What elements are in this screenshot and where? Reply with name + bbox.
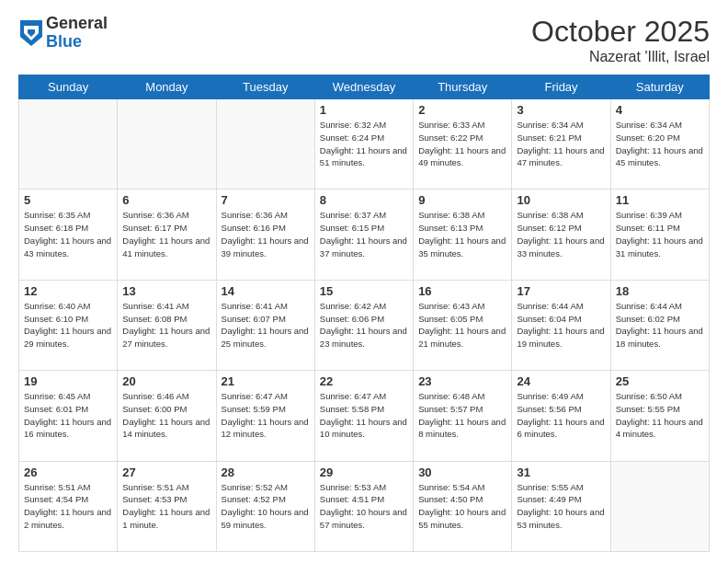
day-info: Sunrise: 6:33 AM Sunset: 6:22 PM Dayligh… [418, 119, 506, 169]
header-cell-monday: Monday [118, 75, 216, 99]
day-number: 12 [24, 284, 112, 298]
day-cell: 11Sunrise: 6:39 AM Sunset: 6:11 PM Dayli… [610, 190, 709, 280]
day-number: 10 [517, 193, 605, 207]
day-cell: 27Sunrise: 5:51 AM Sunset: 4:53 PM Dayli… [118, 461, 216, 551]
day-number: 19 [24, 374, 112, 388]
header-cell-thursday: Thursday [414, 75, 512, 99]
day-cell: 29Sunrise: 5:53 AM Sunset: 4:51 PM Dayli… [314, 461, 413, 551]
day-number: 15 [320, 284, 408, 298]
day-cell: 18Sunrise: 6:44 AM Sunset: 6:02 PM Dayli… [610, 280, 709, 370]
day-info: Sunrise: 6:37 AM Sunset: 6:15 PM Dayligh… [320, 209, 408, 259]
day-cell: 12Sunrise: 6:40 AM Sunset: 6:10 PM Dayli… [19, 280, 118, 370]
day-info: Sunrise: 6:34 AM Sunset: 6:20 PM Dayligh… [616, 119, 704, 169]
day-number: 8 [320, 193, 408, 207]
day-number: 14 [222, 284, 310, 298]
day-info: Sunrise: 6:36 AM Sunset: 6:16 PM Dayligh… [222, 209, 310, 259]
day-number: 7 [222, 193, 310, 207]
day-number: 22 [320, 374, 408, 388]
header-cell-saturday: Saturday [610, 75, 709, 99]
header: General Blue October 2025 Nazerat 'Illit… [18, 15, 710, 65]
day-info: Sunrise: 6:46 AM Sunset: 6:00 PM Dayligh… [122, 390, 210, 441]
calendar-location: Nazerat 'Illit, Israel [531, 49, 710, 65]
day-cell: 28Sunrise: 5:52 AM Sunset: 4:52 PM Dayli… [216, 461, 314, 551]
header-row: SundayMondayTuesdayWednesdayThursdayFrid… [19, 75, 710, 99]
week-row-1: 1Sunrise: 6:32 AM Sunset: 6:24 PM Daylig… [19, 99, 710, 190]
day-cell: 25Sunrise: 6:50 AM Sunset: 5:55 PM Dayli… [610, 371, 709, 461]
day-info: Sunrise: 6:45 AM Sunset: 6:01 PM Dayligh… [24, 390, 112, 441]
day-number: 30 [418, 465, 506, 479]
day-info: Sunrise: 6:48 AM Sunset: 5:57 PM Dayligh… [418, 390, 506, 441]
day-cell: 31Sunrise: 5:55 AM Sunset: 4:49 PM Dayli… [512, 461, 610, 551]
header-cell-tuesday: Tuesday [216, 75, 314, 99]
day-info: Sunrise: 6:49 AM Sunset: 5:56 PM Dayligh… [517, 390, 605, 441]
day-number: 16 [418, 284, 506, 298]
day-info: Sunrise: 6:44 AM Sunset: 6:04 PM Dayligh… [517, 300, 605, 350]
day-info: Sunrise: 6:43 AM Sunset: 6:05 PM Dayligh… [418, 300, 506, 350]
calendar-table: SundayMondayTuesdayWednesdayThursdayFrid… [18, 75, 710, 552]
logo-icon [20, 20, 42, 46]
day-info: Sunrise: 6:40 AM Sunset: 6:10 PM Dayligh… [24, 300, 112, 350]
day-number: 17 [517, 284, 605, 298]
day-cell [610, 461, 709, 551]
day-cell: 10Sunrise: 6:38 AM Sunset: 6:12 PM Dayli… [512, 190, 610, 280]
day-cell: 8Sunrise: 6:37 AM Sunset: 6:15 PM Daylig… [314, 190, 413, 280]
day-info: Sunrise: 5:55 AM Sunset: 4:49 PM Dayligh… [517, 481, 605, 532]
day-number: 6 [122, 193, 210, 207]
day-cell: 24Sunrise: 6:49 AM Sunset: 5:56 PM Dayli… [512, 371, 610, 461]
title-block: October 2025 Nazerat 'Illit, Israel [531, 15, 710, 65]
day-number: 27 [122, 465, 210, 479]
day-info: Sunrise: 6:41 AM Sunset: 6:07 PM Dayligh… [222, 300, 310, 350]
day-info: Sunrise: 5:53 AM Sunset: 4:51 PM Dayligh… [320, 481, 408, 532]
day-number: 31 [517, 465, 605, 479]
day-info: Sunrise: 6:41 AM Sunset: 6:08 PM Dayligh… [122, 300, 210, 350]
day-cell: 19Sunrise: 6:45 AM Sunset: 6:01 PM Dayli… [19, 371, 118, 461]
day-number: 1 [320, 103, 408, 117]
day-number: 5 [24, 193, 112, 207]
day-cell: 7Sunrise: 6:36 AM Sunset: 6:16 PM Daylig… [216, 190, 314, 280]
day-number: 24 [517, 374, 605, 388]
day-number: 13 [122, 284, 210, 298]
header-cell-sunday: Sunday [19, 75, 118, 99]
day-info: Sunrise: 6:32 AM Sunset: 6:24 PM Dayligh… [320, 119, 408, 169]
day-number: 29 [320, 465, 408, 479]
day-number: 3 [517, 103, 605, 117]
day-info: Sunrise: 6:36 AM Sunset: 6:17 PM Dayligh… [122, 209, 210, 259]
day-number: 9 [418, 193, 506, 207]
day-cell [19, 99, 118, 190]
day-number: 20 [122, 374, 210, 388]
day-number: 21 [222, 374, 310, 388]
day-cell: 13Sunrise: 6:41 AM Sunset: 6:08 PM Dayli… [118, 280, 216, 370]
day-info: Sunrise: 5:51 AM Sunset: 4:54 PM Dayligh… [24, 481, 112, 532]
day-info: Sunrise: 5:51 AM Sunset: 4:53 PM Dayligh… [122, 481, 210, 532]
day-cell: 14Sunrise: 6:41 AM Sunset: 6:07 PM Dayli… [216, 280, 314, 370]
day-number: 18 [616, 284, 704, 298]
day-cell: 3Sunrise: 6:34 AM Sunset: 6:21 PM Daylig… [512, 99, 610, 190]
header-cell-friday: Friday [512, 75, 610, 99]
day-cell: 16Sunrise: 6:43 AM Sunset: 6:05 PM Dayli… [414, 280, 512, 370]
page: General Blue October 2025 Nazerat 'Illit… [0, 0, 728, 563]
day-cell: 22Sunrise: 6:47 AM Sunset: 5:58 PM Dayli… [314, 371, 413, 461]
logo-blue-text: Blue [46, 33, 108, 52]
day-info: Sunrise: 6:47 AM Sunset: 5:59 PM Dayligh… [222, 390, 310, 441]
day-number: 2 [418, 103, 506, 117]
day-info: Sunrise: 6:47 AM Sunset: 5:58 PM Dayligh… [320, 390, 408, 441]
logo-text: General Blue [46, 15, 108, 52]
day-number: 25 [616, 374, 704, 388]
day-cell [118, 99, 216, 190]
day-cell: 5Sunrise: 6:35 AM Sunset: 6:18 PM Daylig… [19, 190, 118, 280]
week-row-2: 5Sunrise: 6:35 AM Sunset: 6:18 PM Daylig… [19, 190, 710, 280]
day-cell: 2Sunrise: 6:33 AM Sunset: 6:22 PM Daylig… [414, 99, 512, 190]
day-cell [216, 99, 314, 190]
day-info: Sunrise: 6:34 AM Sunset: 6:21 PM Dayligh… [517, 119, 605, 169]
day-number: 23 [418, 374, 506, 388]
day-info: Sunrise: 6:42 AM Sunset: 6:06 PM Dayligh… [320, 300, 408, 350]
day-cell: 6Sunrise: 6:36 AM Sunset: 6:17 PM Daylig… [118, 190, 216, 280]
day-info: Sunrise: 6:50 AM Sunset: 5:55 PM Dayligh… [616, 390, 704, 441]
day-cell: 1Sunrise: 6:32 AM Sunset: 6:24 PM Daylig… [314, 99, 413, 190]
logo-general-text: General [46, 15, 108, 33]
week-row-3: 12Sunrise: 6:40 AM Sunset: 6:10 PM Dayli… [19, 280, 710, 370]
day-cell: 26Sunrise: 5:51 AM Sunset: 4:54 PM Dayli… [19, 461, 118, 551]
week-row-5: 26Sunrise: 5:51 AM Sunset: 4:54 PM Dayli… [19, 461, 710, 551]
day-info: Sunrise: 6:35 AM Sunset: 6:18 PM Dayligh… [24, 209, 112, 259]
week-row-4: 19Sunrise: 6:45 AM Sunset: 6:01 PM Dayli… [19, 371, 710, 461]
